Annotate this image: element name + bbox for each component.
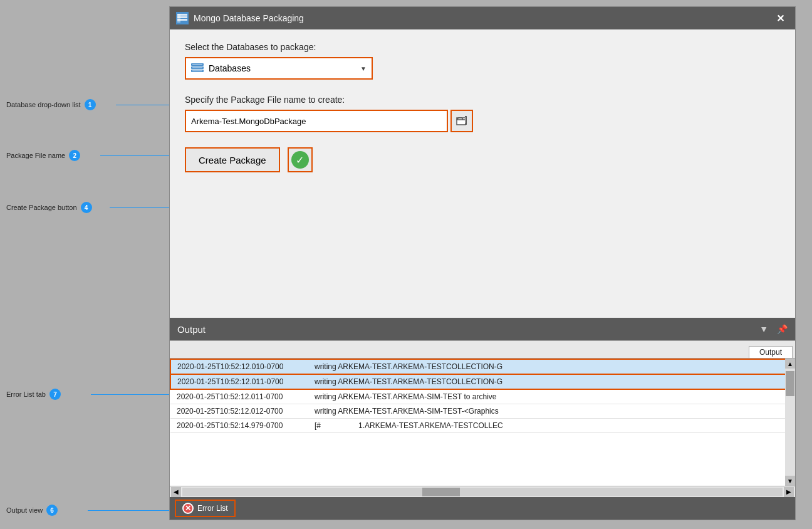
- table-row: 2020-01-25T10:52:12.010-0700 writing ARK…: [170, 359, 794, 374]
- output-table-body: 2020-01-25T10:52:12.010-0700 writing ARK…: [170, 359, 794, 433]
- horizontal-scrollbar[interactable]: ◀ ▶: [170, 486, 795, 497]
- filename-section: Specify the Package File name to create:: [185, 95, 780, 132]
- create-package-row: Create Package ✓: [185, 147, 780, 172]
- table-cell-timestamp: 2020-01-25T10:52:12.010-0700: [170, 359, 308, 374]
- scroll-thumb[interactable]: [786, 371, 794, 396]
- annotation-line-6: [88, 510, 169, 511]
- table-cell-timestamp: 2020-01-25T10:52:12.011-0700: [170, 389, 308, 404]
- annotation-1: Database drop-down list 1: [6, 99, 96, 110]
- filename-input[interactable]: [185, 110, 448, 132]
- scroll-left-button[interactable]: ◀: [171, 487, 181, 497]
- output-table: 2020-01-25T10:52:12.010-0700 writing ARK…: [170, 359, 795, 433]
- dropdown-arrow-icon: ▼: [360, 65, 367, 72]
- checkmark-icon: ✓: [291, 151, 309, 169]
- scroll-up-button[interactable]: ▲: [785, 359, 795, 369]
- table-cell-message: writing ARKEMA-TEST.ARKEMA-SIM-TEST-<Gra…: [308, 404, 794, 419]
- svg-rect-9: [192, 70, 202, 71]
- output-tab[interactable]: Output: [749, 346, 793, 358]
- annotation-badge-7: 7: [49, 389, 61, 400]
- output-table-wrapper: 2020-01-25T10:52:12.010-0700 writing ARK…: [170, 359, 795, 486]
- close-button[interactable]: ✕: [771, 9, 789, 27]
- output-section: Output ▼ 📌 Output 2020-01-25T10:52:12.01…: [170, 318, 795, 520]
- databases-icon: [191, 63, 204, 73]
- annotation-label-4: Create Package button: [6, 204, 77, 211]
- dialog-icon: [176, 12, 189, 24]
- databases-dropdown-text: Databases: [209, 63, 355, 73]
- table-row: 2020-01-25T10:52:12.011-0700 writing ARK…: [170, 374, 794, 389]
- annotation-7: Error List tab 7: [6, 389, 61, 400]
- annotation-badge-6: 6: [46, 505, 58, 516]
- bottom-tab-bar: ✕ Error List: [170, 497, 795, 520]
- packaging-status-icon: ✓: [288, 147, 313, 172]
- annotation-line-1: [116, 105, 169, 105]
- databases-dropdown[interactable]: Databases ▼: [185, 57, 373, 80]
- databases-section: Select the Databases to package: Databas…: [185, 42, 780, 80]
- databases-section-label: Select the Databases to package:: [185, 42, 780, 52]
- output-header: Output ▼ 📌: [170, 318, 795, 340]
- table-row: 2020-01-25T10:52:12.011-0700 writing ARK…: [170, 389, 794, 404]
- error-list-tab[interactable]: ✕ Error List: [175, 500, 236, 517]
- scroll-right-button[interactable]: ▶: [784, 487, 794, 497]
- top-panel: Select the Databases to package: Databas…: [170, 29, 795, 318]
- svg-rect-3: [177, 14, 180, 23]
- error-list-label: Error List: [197, 504, 228, 513]
- filename-section-label: Specify the Package File name to create:: [185, 95, 780, 105]
- annotation-badge-4: 4: [81, 202, 92, 213]
- table-cell-message: writing ARKEMA-TEST.ARKEMA-TESTCOLLECTIO…: [308, 359, 794, 374]
- output-body: Output 2020-01-25T10:52:12.010-0700 writ…: [170, 340, 795, 497]
- table-cell-message: [# 1.ARKEMA-TEST.ARKEMA-TESTCOLLEC: [308, 419, 794, 433]
- table-cell-timestamp: 2020-01-25T10:52:12.011-0700: [170, 374, 308, 389]
- annotation-badge-1: 1: [85, 99, 96, 110]
- filename-row: [185, 110, 780, 132]
- table-cell-message: writing ARKEMA-TEST.ARKEMA-TESTCOLLECTIO…: [308, 374, 794, 389]
- table-cell-message: writing ARKEMA-TEST.ARKEMA-SIM-TEST to a…: [308, 389, 794, 404]
- h-scroll-thumb[interactable]: [422, 488, 460, 496]
- annotation-line-2: [100, 155, 170, 156]
- create-package-button[interactable]: Create Package: [185, 147, 280, 172]
- error-icon: ✕: [182, 503, 194, 514]
- output-header-label: Output: [177, 324, 206, 335]
- table-cell-timestamp: 2020-01-25T10:52:12.012-0700: [170, 404, 308, 419]
- dialog-title: Mongo Database Packaging: [194, 13, 771, 23]
- output-tab-bar: Output: [170, 341, 795, 359]
- annotation-label-2: Package File name: [6, 152, 65, 159]
- vertical-scrollbar[interactable]: ▲ ▼: [785, 359, 795, 486]
- h-scroll-track: [182, 488, 783, 496]
- browse-button[interactable]: [450, 110, 473, 132]
- annotation-line-4: [110, 207, 170, 208]
- table-row: 2020-01-25T10:52:12.012-0700 writing ARK…: [170, 404, 794, 419]
- table-cell-timestamp: 2020-01-25T10:52:14.979-0700: [170, 419, 308, 433]
- svg-rect-7: [192, 64, 202, 65]
- annotation-2: Package File name 2: [6, 150, 80, 161]
- scroll-down-button[interactable]: ▼: [785, 476, 795, 486]
- annotation-label-7: Error List tab: [6, 390, 46, 398]
- annotation-6: Output view 6: [6, 505, 58, 516]
- output-dropdown-icon[interactable]: ▼: [759, 324, 768, 334]
- table-row: 2020-01-25T10:52:14.979-0700 [# 1.ARKEMA…: [170, 419, 794, 433]
- annotation-line-7: [91, 394, 169, 395]
- annotation-label-6: Output view: [6, 506, 43, 514]
- title-bar: Mongo Database Packaging ✕: [170, 7, 795, 29]
- annotation-4: Create Package button 4: [6, 202, 92, 213]
- svg-rect-8: [192, 67, 202, 68]
- annotation-label-1: Database drop-down list: [6, 101, 81, 108]
- output-pin-icon[interactable]: 📌: [777, 324, 788, 334]
- main-dialog: Mongo Database Packaging ✕ Select the Da…: [169, 6, 796, 520]
- annotation-badge-2: 2: [69, 150, 80, 161]
